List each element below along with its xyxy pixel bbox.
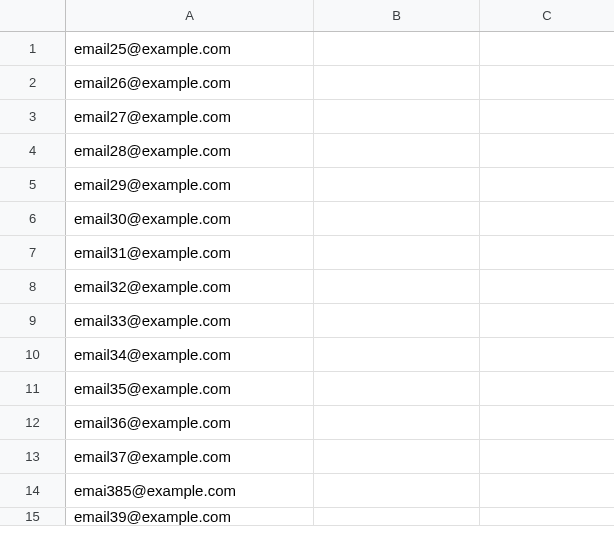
cell-a[interactable]: emai385@example.com: [66, 474, 314, 507]
cell-c[interactable]: [480, 32, 614, 65]
cell-c[interactable]: [480, 270, 614, 303]
cell-a[interactable]: email36@example.com: [66, 406, 314, 439]
cell-a[interactable]: email33@example.com: [66, 304, 314, 337]
table-row: 8 email32@example.com: [0, 270, 614, 304]
table-row: 11 email35@example.com: [0, 372, 614, 406]
cell-c[interactable]: [480, 372, 614, 405]
cell-b[interactable]: [314, 100, 480, 133]
cell-b[interactable]: [314, 202, 480, 235]
cell-a[interactable]: email39@example.com: [66, 508, 314, 525]
table-row: 12 email36@example.com: [0, 406, 614, 440]
cell-a[interactable]: email27@example.com: [66, 100, 314, 133]
row-header[interactable]: 8: [0, 270, 66, 303]
column-header-a[interactable]: A: [66, 0, 314, 31]
row-header[interactable]: 6: [0, 202, 66, 235]
row-header[interactable]: 7: [0, 236, 66, 269]
table-row: 1 email25@example.com: [0, 32, 614, 66]
table-row: 10 email34@example.com: [0, 338, 614, 372]
row-header[interactable]: 5: [0, 168, 66, 201]
cell-b[interactable]: [314, 134, 480, 167]
cell-b[interactable]: [314, 270, 480, 303]
cell-c[interactable]: [480, 474, 614, 507]
cell-b[interactable]: [314, 338, 480, 371]
cell-b[interactable]: [314, 406, 480, 439]
cell-c[interactable]: [480, 406, 614, 439]
cell-b[interactable]: [314, 66, 480, 99]
cell-a[interactable]: email28@example.com: [66, 134, 314, 167]
cell-b[interactable]: [314, 168, 480, 201]
row-header[interactable]: 13: [0, 440, 66, 473]
table-row: 9 email33@example.com: [0, 304, 614, 338]
cell-c[interactable]: [480, 440, 614, 473]
table-row: 2 email26@example.com: [0, 66, 614, 100]
row-header[interactable]: 9: [0, 304, 66, 337]
cell-a[interactable]: email25@example.com: [66, 32, 314, 65]
cell-c[interactable]: [480, 168, 614, 201]
cell-a[interactable]: email30@example.com: [66, 202, 314, 235]
table-row: 5 email29@example.com: [0, 168, 614, 202]
cell-b[interactable]: [314, 474, 480, 507]
table-row: 14 emai385@example.com: [0, 474, 614, 508]
table-row: 13 email37@example.com: [0, 440, 614, 474]
cell-a[interactable]: email37@example.com: [66, 440, 314, 473]
row-header[interactable]: 3: [0, 100, 66, 133]
row-header[interactable]: 4: [0, 134, 66, 167]
cell-c[interactable]: [480, 304, 614, 337]
table-row: 15 email39@example.com: [0, 508, 614, 526]
row-header[interactable]: 12: [0, 406, 66, 439]
table-row: 3 email27@example.com: [0, 100, 614, 134]
column-header-b[interactable]: B: [314, 0, 480, 31]
select-all-corner[interactable]: [0, 0, 66, 31]
cell-c[interactable]: [480, 66, 614, 99]
cell-b[interactable]: [314, 236, 480, 269]
cell-a[interactable]: email35@example.com: [66, 372, 314, 405]
row-header[interactable]: 11: [0, 372, 66, 405]
cell-a[interactable]: email26@example.com: [66, 66, 314, 99]
spreadsheet-grid: A B C 1 email25@example.com 2 email26@ex…: [0, 0, 614, 536]
column-header-c[interactable]: C: [480, 0, 614, 31]
cell-c[interactable]: [480, 236, 614, 269]
row-header[interactable]: 10: [0, 338, 66, 371]
cell-b[interactable]: [314, 508, 480, 525]
cell-b[interactable]: [314, 440, 480, 473]
cell-c[interactable]: [480, 100, 614, 133]
cell-c[interactable]: [480, 338, 614, 371]
cell-b[interactable]: [314, 304, 480, 337]
cell-a[interactable]: email34@example.com: [66, 338, 314, 371]
table-row: 4 email28@example.com: [0, 134, 614, 168]
table-row: 7 email31@example.com: [0, 236, 614, 270]
row-header[interactable]: 14: [0, 474, 66, 507]
row-header[interactable]: 2: [0, 66, 66, 99]
cell-c[interactable]: [480, 202, 614, 235]
column-header-row: A B C: [0, 0, 614, 32]
cell-a[interactable]: email29@example.com: [66, 168, 314, 201]
cell-a[interactable]: email32@example.com: [66, 270, 314, 303]
table-row: 6 email30@example.com: [0, 202, 614, 236]
cell-a[interactable]: email31@example.com: [66, 236, 314, 269]
cell-b[interactable]: [314, 372, 480, 405]
row-header[interactable]: 1: [0, 32, 66, 65]
cell-c[interactable]: [480, 508, 614, 525]
cell-c[interactable]: [480, 134, 614, 167]
cell-b[interactable]: [314, 32, 480, 65]
row-header[interactable]: 15: [0, 508, 66, 525]
